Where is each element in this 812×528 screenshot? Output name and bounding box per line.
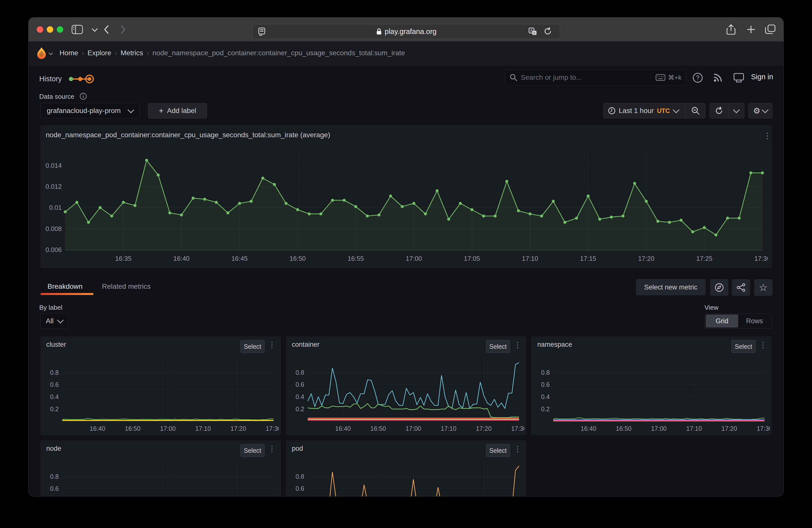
share-panel-button[interactable] — [732, 279, 750, 296]
chevron-down-icon — [733, 106, 740, 113]
panel-menu-kebab-icon[interactable]: ⋮ — [514, 445, 521, 453]
favorite-star-button[interactable]: ☆ — [754, 279, 772, 296]
minimize-window-button[interactable] — [47, 26, 53, 33]
svg-text:0.2: 0.2 — [295, 406, 304, 412]
explore-compass-button[interactable] — [710, 279, 728, 296]
breadcrumb-home[interactable]: Home — [59, 49, 78, 57]
address-bar[interactable]: play.grafana.org A文 — [253, 24, 560, 39]
select-button[interactable]: Select — [240, 340, 265, 353]
close-window-button[interactable] — [37, 26, 43, 33]
svg-text:16:50: 16:50 — [125, 425, 141, 432]
svg-text:0.6: 0.6 — [50, 381, 59, 388]
breakdown-panel-namespace: namespace Select ⋮ 16:4016:5017:0017:101… — [532, 337, 771, 435]
reload-icon[interactable] — [544, 27, 551, 35]
breadcrumb-metrics[interactable]: Metrics — [120, 49, 143, 57]
time-range-text: Last 1 hour — [619, 107, 654, 115]
svg-text:0.2: 0.2 — [50, 406, 59, 412]
svg-text:0.8: 0.8 — [50, 473, 59, 480]
select-button[interactable]: Select — [486, 444, 510, 457]
select-button[interactable]: Select — [240, 444, 265, 457]
history-steps[interactable] — [67, 74, 100, 85]
select-label: Select — [735, 343, 752, 350]
timezone-badge[interactable]: UTC — [657, 107, 670, 115]
settings-button[interactable]: ⚙ — [748, 103, 772, 118]
chevron-down-icon — [128, 106, 134, 113]
keyboard-icon — [655, 74, 666, 81]
datasource-select[interactable]: grafanacloud-play-prom — [41, 103, 140, 118]
svg-text:0.01: 0.01 — [49, 204, 62, 211]
breakdown-panel-pod: pod Select ⋮ 16:4016:5017:0017:1017:2017… — [286, 440, 526, 496]
org-switcher-chevron-icon[interactable] — [48, 52, 53, 57]
zoom-out-button[interactable] — [686, 103, 705, 118]
sidebar-toggle-icon[interactable] — [72, 25, 83, 34]
svg-text:17:10: 17:10 — [522, 255, 538, 262]
view-rows-option[interactable]: Rows — [738, 314, 771, 327]
search-input[interactable]: Search or jump to... ⌘+k — [505, 70, 686, 86]
time-range-button[interactable]: Last 1 hour UTC — [604, 103, 686, 118]
refresh-interval-dropdown[interactable] — [729, 103, 744, 118]
panel-menu-kebab-icon[interactable]: ⋮ — [514, 341, 521, 349]
svg-text:17:00: 17:00 — [651, 425, 667, 432]
plus-icon: + — [159, 106, 163, 116]
chevron-down-icon — [57, 317, 64, 323]
svg-text:0.2: 0.2 — [541, 406, 550, 412]
new-tab-icon[interactable] — [746, 25, 755, 34]
svg-text:16:50: 16:50 — [290, 255, 306, 262]
info-icon[interactable] — [79, 92, 87, 101]
zoom-window-button[interactable] — [57, 26, 63, 33]
lock-icon — [376, 28, 382, 35]
grafana-logo[interactable] — [37, 47, 46, 60]
select-new-metric-button[interactable]: Select new metric — [636, 279, 706, 295]
container-chart[interactable]: 16:4016:5017:0017:1017:2017:300.80.60.40… — [288, 355, 524, 432]
tab-overview-icon[interactable] — [765, 25, 775, 34]
svg-text:文: 文 — [533, 31, 536, 35]
view-grid-label: Grid — [715, 317, 728, 325]
svg-text:17:10: 17:10 — [441, 425, 456, 432]
refresh-button[interactable] — [710, 103, 729, 118]
tab-breakdown[interactable]: Breakdown — [47, 282, 83, 291]
svg-text:0.4: 0.4 — [50, 393, 59, 400]
forward-button[interactable] — [120, 25, 126, 34]
sidebar-chevron-icon[interactable] — [91, 28, 98, 32]
screen: play.grafana.org A文 — [0, 0, 812, 528]
tab-related-metrics[interactable]: Related metrics — [102, 282, 151, 291]
search-icon — [510, 74, 517, 81]
namespace-chart[interactable]: 16:4016:5017:0017:1017:2017:300.80.60.40… — [534, 355, 770, 432]
pod-chart[interactable]: 16:4016:5017:0017:1017:2017:300.80.60.40… — [288, 459, 524, 496]
select-button[interactable]: Select — [731, 340, 756, 353]
back-button[interactable] — [103, 25, 109, 34]
svg-text:0.6: 0.6 — [541, 381, 550, 388]
view-grid-option[interactable]: Grid — [706, 314, 738, 327]
help-icon[interactable]: ? — [693, 73, 703, 84]
panel-menu-kebab-icon[interactable]: ⋮ — [763, 131, 771, 141]
panel-title: namespace — [537, 341, 572, 349]
select-button[interactable]: Select — [486, 340, 510, 353]
svg-text:17:20: 17:20 — [231, 425, 246, 432]
main-chart[interactable]: 16:3516:4016:4516:5016:5517:0017:0517:10… — [44, 146, 768, 264]
panel-menu-kebab-icon[interactable]: ⋮ — [759, 341, 767, 349]
news-rss-icon[interactable] — [712, 73, 723, 84]
view-toggle: Grid Rows — [705, 313, 772, 329]
bylabel-select[interactable]: All — [41, 313, 69, 329]
breadcrumb-explore[interactable]: Explore — [87, 49, 111, 57]
svg-text:16:40: 16:40 — [335, 425, 351, 432]
share-icon[interactable] — [726, 24, 736, 35]
svg-text:17:30: 17:30 — [757, 425, 770, 432]
view-rows-label: Rows — [746, 317, 763, 325]
add-label-button[interactable]: + Add label — [148, 103, 207, 118]
time-range-group: Last 1 hour UTC — [603, 103, 706, 118]
svg-text:17:20: 17:20 — [722, 425, 737, 432]
screen-monitor-icon[interactable] — [733, 73, 744, 85]
cluster-chart[interactable]: 16:4016:5017:0017:1017:2017:300.80.60.40… — [43, 355, 279, 432]
node-chart[interactable]: 16:4016:5017:0017:1017:2017:300.80.60.40… — [43, 459, 279, 496]
svg-text:17:10: 17:10 — [195, 425, 211, 432]
translate-icon[interactable]: A文 — [528, 28, 537, 35]
panel-menu-kebab-icon[interactable]: ⋮ — [268, 445, 276, 453]
panel-menu-kebab-icon[interactable]: ⋮ — [268, 341, 276, 349]
svg-text:0.4: 0.4 — [295, 393, 304, 400]
svg-text:0.014: 0.014 — [45, 162, 62, 169]
sign-in-button[interactable]: Sign in — [751, 73, 773, 81]
svg-text:17:00: 17:00 — [160, 425, 176, 432]
add-label-text: Add label — [167, 107, 196, 115]
browser-window: play.grafana.org A文 — [29, 17, 783, 496]
